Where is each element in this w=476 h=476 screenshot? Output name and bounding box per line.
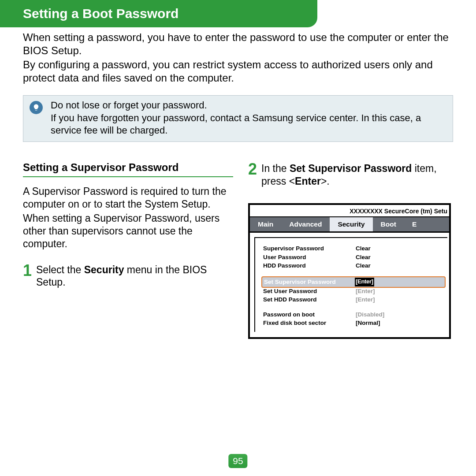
bios-value: [Disabled] — [356, 310, 384, 319]
bios-label: Supervisor Password — [263, 244, 356, 253]
tip-callout: Do not lose or forget your password. If … — [23, 95, 453, 142]
bios-label: Fixed disk boot sector — [263, 319, 356, 327]
bios-value: Clear — [356, 253, 371, 262]
bios-value-highlight: [Enter] — [355, 278, 374, 286]
step-2-text: In the Set Supervisor Password item, pre… — [261, 161, 458, 188]
left-paragraph-2: When setting a Supervisor Password, user… — [23, 212, 233, 250]
bios-label: Set User Password — [263, 287, 356, 296]
tip-line-1: Do not lose or forget your password. — [51, 99, 446, 112]
bios-label: Set Supervisor Password — [264, 278, 355, 286]
bios-label: Set HDD Password — [263, 295, 356, 304]
tip-text: Do not lose or forget your password. If … — [51, 99, 446, 137]
lightbulb-icon — [30, 101, 43, 114]
step-2-bold: Set Supervisor Password — [290, 163, 412, 174]
intro-paragraph-1: When setting a password, you have to ent… — [23, 31, 453, 57]
bios-value: [Enter] — [356, 295, 375, 304]
page-title-text: Setting a Boot Password — [23, 6, 178, 21]
bios-tab-advanced: Advanced — [281, 217, 330, 231]
right-column: 2 In the Set Supervisor Password item, p… — [248, 161, 458, 339]
bios-row: HDD Password Clear — [263, 261, 447, 270]
bios-window-title: XXXXXXXX SecureCore (tm) Setu — [250, 205, 449, 216]
left-paragraph-1: A Supervisor Password is required to tur… — [23, 185, 233, 211]
bios-row: User Password Clear — [263, 253, 447, 262]
bios-group: Set Supervisor Password [Enter] Set User… — [263, 276, 447, 304]
step-2-pre: In the — [261, 163, 290, 174]
intro-section: When setting a password, you have to ent… — [0, 27, 476, 85]
step-2-bold2: Enter — [295, 175, 321, 187]
step-number: 1 — [23, 263, 32, 279]
bios-label: HDD Password — [263, 261, 356, 270]
step-2: 2 In the Set Supervisor Password item, p… — [248, 161, 458, 188]
bios-row: Password on boot [Disabled] — [263, 310, 447, 319]
bios-tab-main: Main — [250, 217, 281, 231]
bios-screenshot: XXXXXXXX SecureCore (tm) Setu Main Advan… — [248, 203, 451, 339]
bios-value: [Enter] — [356, 287, 375, 296]
step-1: 1 Select the Security menu in the BIOS S… — [23, 263, 233, 289]
step-1-pre: Select the — [36, 264, 84, 275]
bios-row: Set HDD Password [Enter] — [263, 295, 447, 304]
step-2-post: >. — [321, 175, 330, 187]
step-1-bold: Security — [84, 264, 124, 275]
page-title: Setting a Boot Password — [0, 0, 317, 27]
bios-label: User Password — [263, 253, 356, 262]
bios-tab-boot: Boot — [373, 217, 404, 231]
bios-value: [Normal] — [356, 319, 380, 327]
step-number: 2 — [248, 161, 257, 177]
bios-row: Set User Password [Enter] — [263, 287, 447, 296]
bios-row: Fixed disk boot sector [Normal] — [263, 319, 447, 327]
bios-panel: Supervisor Password Clear User Password … — [254, 237, 447, 332]
content-columns: Setting a Supervisor Password A Supervis… — [23, 161, 458, 339]
page-number: 95 — [233, 456, 243, 466]
bios-label: Password on boot — [263, 310, 356, 319]
bios-row: Supervisor Password Clear — [263, 244, 447, 253]
tip-line-2: If you have forgotten your password, con… — [51, 112, 446, 137]
bios-tabs: Main Advanced Security Boot E — [250, 216, 449, 233]
bios-tab-extra: E — [404, 217, 424, 231]
bios-tab-security: Security — [330, 217, 372, 231]
subsection-heading: Setting a Supervisor Password — [23, 161, 233, 177]
intro-paragraph-2: By configuring a password, you can restr… — [23, 58, 453, 85]
bios-value: Clear — [356, 261, 371, 270]
step-1-text: Select the Security menu in the BIOS Set… — [36, 263, 233, 289]
left-column: Setting a Supervisor Password A Supervis… — [23, 161, 233, 339]
bios-group: Password on boot [Disabled] Fixed disk b… — [263, 310, 447, 327]
page-number-badge: 95 — [228, 454, 247, 468]
bios-value: Clear — [356, 244, 371, 253]
bios-body: Supervisor Password Clear User Password … — [250, 233, 449, 337]
bios-highlighted-row: Set Supervisor Password [Enter] — [261, 276, 446, 288]
